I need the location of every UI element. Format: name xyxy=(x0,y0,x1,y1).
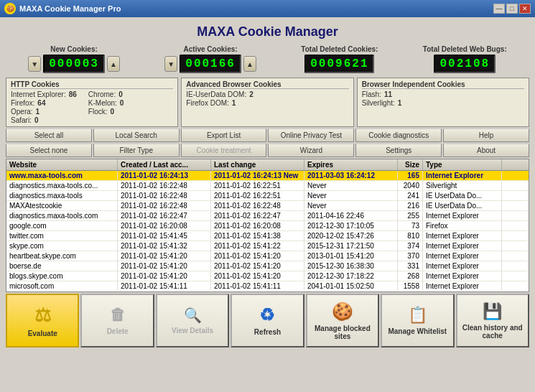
safari-value: 0 xyxy=(34,116,39,124)
table-cell: IE UserData Do... xyxy=(423,201,502,210)
table-cell: Silverlight xyxy=(423,181,502,190)
evaluate-icon: ⚖ xyxy=(34,304,51,327)
table-body[interactable]: www.maxa-tools.com2011-01-02 16:24:13201… xyxy=(6,171,529,290)
title-bar: 🍪 MAXA Cookie Manager Pro — □ ✕ xyxy=(0,0,535,17)
select-all-button[interactable]: Select all xyxy=(6,129,92,142)
table-cell: Firefox xyxy=(423,221,502,230)
table-row[interactable]: heartbeat.skype.com2011-01-02 15:41:2020… xyxy=(6,251,529,261)
online-privacy-test-button[interactable]: Online Privacy Test xyxy=(268,129,354,142)
ie-userdata-value: 2 xyxy=(249,90,253,98)
delete-button[interactable]: 🗑 Delete xyxy=(80,294,154,347)
table-cell: diagnostics.maxa-tools xyxy=(6,191,118,200)
cookie-diagnostics-button[interactable]: Cookie diagnostics xyxy=(355,129,442,142)
table-cell: 2011-01-02 16:22:48 xyxy=(118,181,211,190)
table-row[interactable]: skype.com2011-01-02 15:41:322011-01-02 1… xyxy=(6,241,529,251)
new-cookies-down[interactable]: ▼ xyxy=(28,56,41,72)
table-cell: 2011-01-02 16:20:08 xyxy=(118,221,211,230)
table-cell: Internet Explorer xyxy=(423,211,502,220)
close-button[interactable]: ✕ xyxy=(519,4,531,14)
table-row[interactable]: www.maxa-tools.com2011-01-02 16:24:13201… xyxy=(6,171,529,181)
table-cell: diagnostics.maxa-tools.co... xyxy=(6,181,118,190)
table-cell: 2012-12-30 17:18:22 xyxy=(304,271,398,281)
table-cell: 73 xyxy=(398,221,423,230)
table-row[interactable]: twitter.com2011-01-02 15:41:452011-01-02… xyxy=(6,231,529,241)
active-cookies-label: Active Cookies: xyxy=(184,45,238,53)
table-row[interactable]: MAXAtestcookie2011-01-02 16:22:482011-01… xyxy=(6,201,529,211)
filter-type-button[interactable]: Filter Type xyxy=(93,144,180,157)
help-button[interactable]: Help xyxy=(443,129,529,142)
clean-history-button[interactable]: 💾 Clean history and cache xyxy=(456,294,529,347)
ff-dom-value: 1 xyxy=(232,99,236,107)
wizard-button[interactable]: Wizard xyxy=(268,144,354,157)
table-row[interactable]: diagnostics.maxa-tools.com2011-01-02 16:… xyxy=(6,211,529,221)
table-cell: 2011-01-02 15:41:45 xyxy=(118,231,211,241)
table-cell: Internet Explorer xyxy=(423,271,502,281)
opera-label: Opera: xyxy=(11,108,33,116)
toolbar-row-1: Select all Local Search Export List Onli… xyxy=(6,129,529,142)
table-cell: google.com xyxy=(6,221,118,230)
window-controls: — □ ✕ xyxy=(493,4,531,14)
active-cookies-value: 000166 xyxy=(180,55,241,73)
col-header-website: Website xyxy=(6,159,118,170)
table-cell: 2011-01-02 16:22:48 xyxy=(211,201,304,210)
table-cell: 374 xyxy=(398,241,423,251)
cookie-treatment-button[interactable]: Cookie treatment xyxy=(181,144,267,157)
new-cookies-up[interactable]: ▲ xyxy=(107,56,120,72)
table-cell: 2011-01-02 15:41:20 xyxy=(211,261,304,271)
active-cookies-up[interactable]: ▲ xyxy=(243,56,256,72)
table-cell: 2011-03-03 16:24:12 xyxy=(304,171,398,180)
refresh-label: Refresh xyxy=(254,328,281,336)
new-cookies-counter: New Cookies: ▼ 000003 ▲ xyxy=(28,45,120,73)
evaluate-button[interactable]: ⚖ Evaluate xyxy=(6,294,79,347)
table-row[interactable]: google.com2011-01-02 16:20:082011-01-02 … xyxy=(6,221,529,231)
view-details-button[interactable]: 🔍 View Details xyxy=(156,294,229,347)
table-cell: 2012-12-30 17:10:05 xyxy=(304,221,398,230)
safari-label: Safari: xyxy=(11,116,32,124)
silverlight-value: 1 xyxy=(398,99,402,107)
new-cookies-label: New Cookies: xyxy=(50,45,98,53)
total-deleted-label: Total Deleted Cookies: xyxy=(301,45,378,53)
about-button[interactable]: About xyxy=(443,144,529,157)
select-none-button[interactable]: Select none xyxy=(6,144,92,157)
table-cell: 1558 xyxy=(398,281,423,290)
active-cookies-down[interactable]: ▼ xyxy=(164,56,177,72)
table-row[interactable]: blogs.skype.com2011-01-02 15:41:202011-0… xyxy=(6,271,529,281)
table-cell: Internet Explorer xyxy=(423,261,502,271)
table-row[interactable]: microsoft.com2011-01-02 15:41:112011-01-… xyxy=(6,281,529,290)
table-row[interactable]: boerse.de2011-01-02 15:41:202011-01-02 1… xyxy=(6,261,529,271)
flock-value: 0 xyxy=(111,108,115,116)
counters-row: New Cookies: ▼ 000003 ▲ Active Cookies: … xyxy=(3,42,532,76)
advanced-cookies-title: Advanced Browser Cookies xyxy=(186,80,348,89)
export-list-button[interactable]: Export List xyxy=(181,129,267,142)
http-cookies-box: HTTP Cookies Internet Explorer:86 Firefo… xyxy=(6,78,178,127)
total-deleted-counter: Total Deleted Cookies: 0009621 xyxy=(301,45,378,73)
total-deleted-bugs-label: Total Deleted Web Bugs: xyxy=(423,45,507,53)
manage-whitelist-button[interactable]: 📋 Manage Whitelist xyxy=(381,294,454,347)
table-cell: 2011-01-02 16:22:48 xyxy=(118,191,211,200)
total-deleted-bugs-value: 002108 xyxy=(434,55,496,73)
refresh-button[interactable]: ♻ Refresh xyxy=(231,294,304,347)
delete-icon: 🗑 xyxy=(110,306,126,325)
settings-button[interactable]: Settings xyxy=(355,144,442,157)
table-cell: 2041-01-01 15:02:50 xyxy=(304,281,398,290)
table-cell: 216 xyxy=(398,201,423,210)
table-cell: 2011-01-02 16:22:48 xyxy=(118,201,211,210)
cookie-table: Website Created / Last acc... Last chang… xyxy=(6,159,529,292)
table-cell: Internet Explorer xyxy=(423,281,502,290)
table-cell: Never xyxy=(304,181,398,190)
table-row[interactable]: diagnostics.maxa-tools2011-01-02 16:22:4… xyxy=(6,191,529,201)
ie-label: Internet Explorer: xyxy=(11,90,66,98)
minimize-button[interactable]: — xyxy=(493,4,505,14)
local-search-button[interactable]: Local Search xyxy=(93,129,180,142)
opera-value: 1 xyxy=(36,108,40,116)
table-cell: 810 xyxy=(398,231,423,241)
manage-blocked-button[interactable]: 🍪 Manage blocked sites xyxy=(306,294,379,347)
delete-label: Delete xyxy=(107,327,129,335)
table-cell: Internet Explorer xyxy=(423,171,502,180)
table-cell: 268 xyxy=(398,271,423,281)
manage-whitelist-label: Manage Whitelist xyxy=(388,327,447,335)
table-cell: 2011-01-02 16:22:47 xyxy=(118,211,211,220)
ff-value: 64 xyxy=(37,99,45,107)
maximize-button[interactable]: □ xyxy=(506,4,518,14)
table-row[interactable]: diagnostics.maxa-tools.co...2011-01-02 1… xyxy=(6,181,529,191)
